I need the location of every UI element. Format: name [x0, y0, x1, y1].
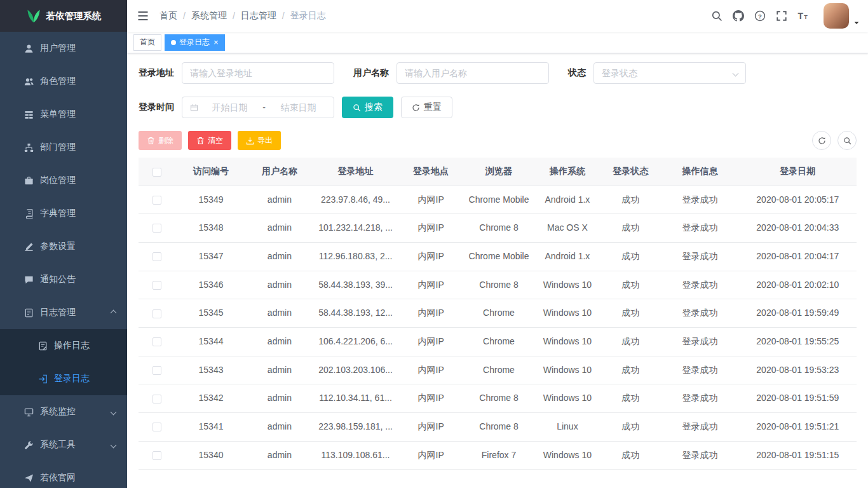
sidebar-item-site[interactable]: 若依官网: [0, 461, 127, 488]
cell-login-date: 2020-08-01 19:51:15: [739, 441, 857, 470]
search-button[interactable]: [710, 10, 722, 22]
breadcrumb-item[interactable]: 首页: [159, 10, 177, 22]
tab-home[interactable]: 首页: [133, 34, 161, 51]
page-content: 登录地址 用户名称 状态: [127, 53, 868, 488]
row-checkbox[interactable]: [153, 252, 161, 261]
user-menu[interactable]: [824, 3, 860, 29]
active-tab-dot: [171, 40, 176, 45]
clear-button[interactable]: 清空: [188, 131, 231, 150]
row-checkbox[interactable]: [153, 196, 161, 205]
search-button[interactable]: 搜索: [342, 97, 393, 118]
sidebar-item-tool[interactable]: 系统工具: [0, 428, 127, 461]
cell-login-status: 成功: [600, 327, 661, 356]
sidebar-item-monitor[interactable]: 系统监控: [0, 395, 127, 428]
sidebar-subitem-logininfor[interactable]: 登录日志: [0, 362, 127, 395]
cell-visit-id: 15342: [175, 384, 247, 413]
edit-icon: [24, 242, 34, 252]
select-all-checkbox[interactable]: [153, 168, 161, 177]
cell-user-name: admin: [247, 356, 312, 384]
row-checkbox[interactable]: [153, 366, 161, 375]
tab-login-log[interactable]: 登录日志×: [165, 34, 225, 51]
log-icon: [24, 308, 34, 318]
status-select-input[interactable]: [602, 68, 729, 78]
logo[interactable]: 若依管理系统: [0, 0, 127, 32]
delete-button[interactable]: 删除: [139, 131, 182, 150]
filter-row-2: 登录时间 - 搜索 重置: [139, 97, 857, 118]
avatar: [824, 3, 849, 29]
row-checkbox[interactable]: [153, 281, 161, 290]
sidebar-item-role[interactable]: 角色管理: [0, 65, 127, 98]
cell-login-location: 内网IP: [399, 356, 463, 384]
date-range-picker[interactable]: -: [182, 97, 334, 118]
cell-os: Windows 10: [535, 299, 600, 328]
export-button[interactable]: 导出: [238, 131, 281, 150]
chevron-up-icon: [111, 309, 117, 316]
reset-button[interactable]: 重置: [401, 97, 452, 118]
row-checkbox[interactable]: [153, 451, 161, 460]
cell-browser: Chrome Mobile: [463, 186, 535, 214]
tool-icon: [24, 440, 34, 450]
cell-login-status: 成功: [600, 384, 661, 413]
row-checkbox[interactable]: [153, 337, 161, 346]
close-tab-icon[interactable]: ×: [214, 38, 219, 46]
cell-os: Mac OS X: [535, 214, 600, 243]
status-select[interactable]: [593, 62, 746, 84]
monitor-icon: [24, 407, 34, 417]
cell-login-location: 内网IP: [399, 441, 463, 470]
breadcrumb-item[interactable]: 系统管理: [191, 10, 227, 22]
table-header-row: 访问编号用户名称登录地址登录地点浏览器操作系统登录状态操作信息登录日期: [139, 158, 857, 186]
refresh-table-button[interactable]: [812, 131, 831, 150]
navbar-icon-group: ?TT: [710, 10, 809, 22]
trash-icon: [196, 137, 205, 145]
row-checkbox[interactable]: [153, 309, 161, 318]
cell-os: Android 1.x: [535, 186, 600, 214]
date-start-input[interactable]: [202, 102, 257, 112]
sidebar-item-config[interactable]: 参数设置: [0, 230, 127, 263]
sidebar-item-post[interactable]: 岗位管理: [0, 164, 127, 197]
row-checkbox[interactable]: [153, 423, 161, 431]
sidebar-item-label: 日志管理: [40, 307, 76, 318]
sidebar-item-log[interactable]: 日志管理: [0, 296, 127, 329]
font-size-button[interactable]: TT: [797, 10, 809, 22]
table-row: 15345admin58.44.38.193, 12...内网IPChromeW…: [139, 299, 857, 328]
sidebar-item-menu[interactable]: 菜单管理: [0, 98, 127, 131]
date-separator: -: [261, 102, 267, 112]
ipaddr-input[interactable]: [190, 68, 326, 78]
cell-login-status: 成功: [600, 413, 661, 442]
sidebar-subitem-operlog[interactable]: 操作日志: [0, 329, 127, 362]
sidebar-item-dict[interactable]: 字典管理: [0, 197, 127, 230]
date-end-input[interactable]: [271, 102, 326, 112]
toggle-search-button[interactable]: [837, 131, 857, 150]
row-checkbox[interactable]: [153, 395, 161, 403]
column-header-visit-id: 访问编号: [175, 158, 247, 186]
github-button[interactable]: [732, 10, 744, 22]
search-icon: [843, 137, 851, 145]
fullscreen-button[interactable]: [775, 10, 787, 22]
chevron-down-icon: [111, 409, 117, 415]
svg-text:?: ?: [758, 13, 762, 20]
sidebar-item-label: 参数设置: [40, 241, 76, 252]
breadcrumb-item[interactable]: 日志管理: [241, 10, 276, 22]
sidebar-item-label: 角色管理: [40, 76, 76, 87]
cell-login-date: 2020-08-01 19:59:49: [739, 299, 857, 328]
hamburger-icon[interactable]: [137, 10, 149, 22]
svg-text:T: T: [797, 11, 803, 21]
cell-browser: Chrome 8: [463, 413, 535, 442]
calendar-icon: [190, 104, 198, 112]
cell-login-status: 成功: [600, 214, 661, 243]
cell-os: Windows 10: [535, 271, 600, 299]
table-row: 15341admin223.98.159.181, ...内网IPChrome …: [139, 413, 857, 442]
question-button[interactable]: ?: [754, 10, 766, 22]
username-input[interactable]: [405, 68, 541, 78]
sidebar-item-dept[interactable]: 部门管理: [0, 131, 127, 164]
sidebar-item-notice[interactable]: 通知公告: [0, 263, 127, 296]
cell-login-date: 2020-08-01 20:02:10: [739, 271, 857, 299]
row-checkbox[interactable]: [153, 224, 161, 233]
cell-os: Windows 10: [535, 356, 600, 384]
username-label: 用户名称: [353, 67, 389, 79]
sidebar-item-user[interactable]: 用户管理: [0, 32, 127, 65]
github-icon: [733, 10, 744, 22]
app-root: 若依管理系统 用户管理角色管理菜单管理部门管理岗位管理字典管理参数设置通知公告日…: [0, 0, 868, 488]
username-input-wrap: [397, 62, 549, 84]
peoples-icon: [24, 77, 34, 86]
